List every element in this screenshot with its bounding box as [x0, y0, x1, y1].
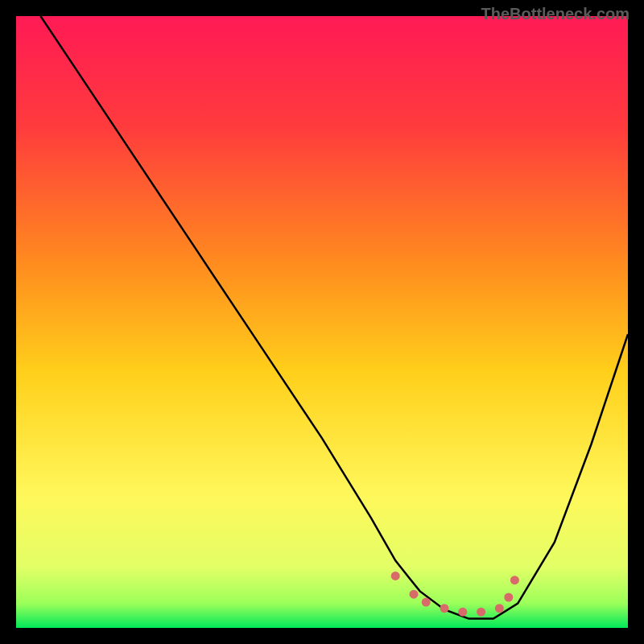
marker-dot	[440, 604, 449, 613]
marker-dot	[495, 604, 504, 613]
marker-dot	[410, 590, 419, 599]
watermark-text: TheBottleneck.com	[481, 5, 630, 23]
marker-dot	[504, 593, 513, 602]
marker-dot	[458, 608, 467, 617]
marker-dot	[510, 576, 519, 584]
marker-dot	[422, 598, 431, 607]
markers-layer	[16, 16, 628, 628]
marker-dot	[391, 572, 400, 580]
optimal-zone-markers	[391, 572, 519, 617]
marker-dot	[477, 608, 485, 617]
plot-area	[16, 16, 628, 628]
